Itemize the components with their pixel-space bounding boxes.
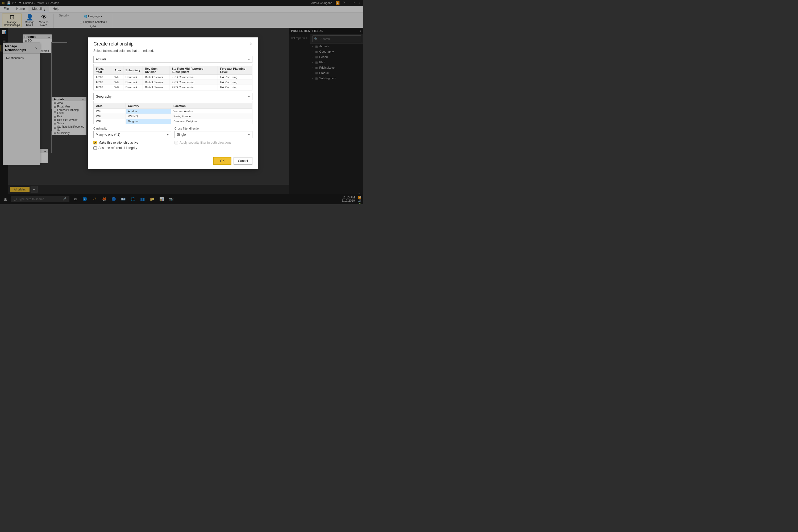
dialog-subtitle: Select tables and columns that are relat… (88, 49, 258, 56)
cell-sub2: Denmark (123, 80, 142, 85)
cell-std3: EPG Commercial (169, 85, 218, 90)
dialog-footer: OK Cancel (88, 154, 258, 169)
cell2-area2: WE (94, 114, 126, 119)
cell-area3: WE (112, 85, 123, 90)
table2: Area Country Location WE Austria Vienna,… (94, 103, 252, 124)
dialog-body: Actuals Fiscal Year Area Subsidiary Rev … (88, 56, 258, 151)
checkbox-col-left: Make this relationship active Assume ref… (93, 141, 171, 151)
table1-dropdown[interactable]: Actuals (93, 56, 252, 63)
checkbox-col-right: Apply security filter in both directions (174, 141, 252, 146)
cell-fc1: EA Recurring (218, 75, 252, 80)
cell2-loc3: Brussels, Belgium (171, 119, 252, 124)
assume-referential-checkbox[interactable] (93, 146, 97, 150)
cell2-area1: WE (94, 109, 126, 114)
col2-area: Area (94, 103, 126, 109)
col-rev-sum: Rev Sum Division (143, 66, 169, 75)
table2-dropdown-wrap: Geography (93, 93, 252, 100)
col-area: Area (112, 66, 123, 75)
cell-area2: WE (112, 80, 123, 85)
table1-row-1[interactable]: FY18 WE Denmark Biztalk Server EPG Comme… (94, 75, 252, 80)
cell2-loc2: Paris, France (171, 114, 252, 119)
cell-rev3: Biztalk Server (143, 85, 169, 90)
col-fiscal-year: Fiscal Year (94, 66, 112, 75)
assume-referential-label: Assume referential integrity (98, 146, 137, 150)
cell2-country3: Belgium (126, 119, 171, 124)
cell2-country1: Austria (126, 109, 171, 114)
table2-dropdown[interactable]: Geography (93, 93, 252, 100)
cross-filter-col: Cross filter direction Single Both (174, 127, 252, 138)
ok-button[interactable]: OK (213, 157, 231, 165)
apply-security-label: Apply security filter in both directions (179, 141, 231, 145)
col2-location: Location (171, 103, 252, 109)
table1: Fiscal Year Area Subsidiary Rev Sum Divi… (94, 66, 252, 90)
dialog-title: Create relationship (93, 41, 134, 47)
assume-referential-row: Assume referential integrity (93, 146, 171, 150)
cancel-button[interactable]: Cancel (233, 157, 252, 165)
cell2-country2: WE HQ (126, 114, 171, 119)
col2-country: Country (126, 103, 171, 109)
cell-fy2: FY18 (94, 80, 112, 85)
cell2-area3: WE (94, 119, 126, 124)
apply-security-checkbox (174, 141, 178, 145)
cardinality-label: Cardinality (93, 127, 171, 130)
cell-fc2: EA Recurring (218, 80, 252, 85)
create-relationship-dialog: Create relationship × Select tables and … (88, 37, 258, 169)
cross-filter-label: Cross filter direction (174, 127, 252, 130)
cross-filter-dropdown[interactable]: Single Both (174, 131, 252, 138)
cell-sub3: Denmark (123, 85, 142, 90)
col-subsidiary: Subsidiary (123, 66, 142, 75)
cell-std2: EPG Commercial (169, 80, 218, 85)
table2-container[interactable]: Area Country Location WE Austria Vienna,… (93, 101, 252, 124)
table1-row-3[interactable]: FY18 WE Denmark Biztalk Server EPG Comme… (94, 85, 252, 90)
table2-row-1[interactable]: WE Austria Vienna, Austria (94, 109, 252, 114)
cell-sub1: Denmark (123, 75, 142, 80)
cardinality-dropdown[interactable]: Many to one (*:1) One to one (1:1) One t… (93, 131, 171, 138)
cell-area1: WE (112, 75, 123, 80)
form-row-checkboxes: Make this relationship active Assume ref… (93, 141, 252, 151)
make-active-checkbox[interactable] (93, 141, 97, 145)
table2-row-3[interactable]: WE Belgium Brussels, Belgium (94, 119, 252, 124)
apply-security-row: Apply security filter in both directions (174, 141, 252, 145)
dialog-close-button[interactable]: × (249, 41, 252, 46)
cell-fy3: FY18 (94, 85, 112, 90)
dialog-title-bar: Create relationship × (88, 38, 258, 49)
table1-nav: ‹ › (94, 90, 252, 91)
table1-container[interactable]: Fiscal Year Area Subsidiary Rev Sum Divi… (93, 64, 252, 91)
cell-std1: EPG Commercial (169, 75, 218, 80)
cell-fy1: FY18 (94, 75, 112, 80)
table1-dropdown-wrap: Actuals (93, 56, 252, 63)
cardinality-col: Cardinality Many to one (*:1) One to one… (93, 127, 171, 138)
table2-row-2[interactable]: WE WE HQ Paris, France (94, 114, 252, 119)
col-forecast: Forecast Planning Level (218, 66, 252, 75)
cell-rev1: Biztalk Server (143, 75, 169, 80)
cell2-loc1: Vienna, Austria (171, 109, 252, 114)
cell-fc3: EA Recurring (218, 85, 252, 90)
make-active-label: Make this relationship active (98, 141, 138, 145)
make-active-row: Make this relationship active (93, 141, 171, 145)
cross-filter-dropdown-wrap: Single Both (174, 131, 252, 138)
form-row-cardinality: Cardinality Many to one (*:1) One to one… (93, 127, 252, 138)
cell-rev2: Biztalk Server (143, 80, 169, 85)
col-std-rptg: Std Rptg Mid Reported Subsegment (169, 66, 218, 75)
table1-row-2[interactable]: FY18 WE Denmark Biztalk Server EPG Comme… (94, 80, 252, 85)
cardinality-dropdown-wrap: Many to one (*:1) One to one (1:1) One t… (93, 131, 171, 138)
